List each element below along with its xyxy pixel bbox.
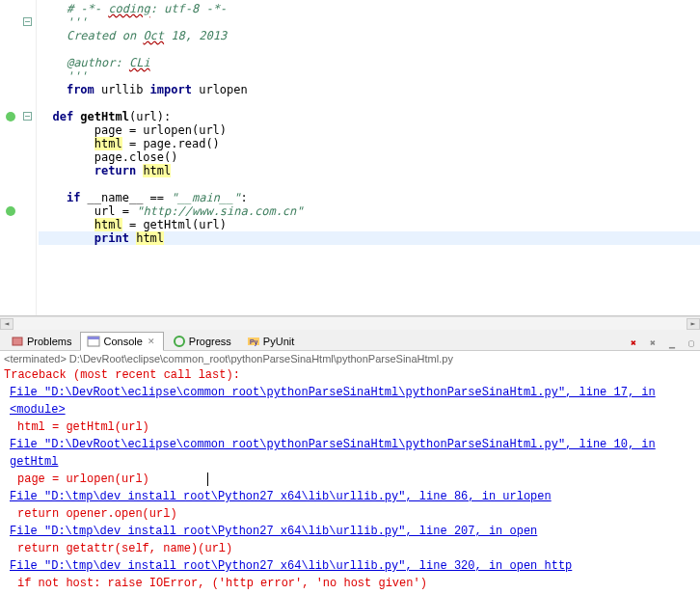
svg-rect-0 bbox=[13, 338, 22, 345]
tab-pyunit[interactable]: PyPyUnit bbox=[240, 332, 301, 350]
traceback-file-link[interactable]: File "D:\tmp\dev_install_root\Python27_x… bbox=[10, 488, 696, 505]
tab-label: PyUnit bbox=[263, 336, 294, 347]
traceback-header: Traceback (most recent call last): bbox=[4, 366, 696, 384]
traceback-code-line: page = urlopen(url) bbox=[17, 471, 696, 488]
traceback-file-link[interactable]: File "D:\DevRoot\eclipse\common_root\pyt… bbox=[10, 384, 696, 418]
code-line[interactable]: ''' bbox=[39, 15, 700, 29]
svg-rect-2 bbox=[88, 337, 99, 339]
console-icon bbox=[87, 335, 100, 348]
code-line[interactable]: url = "http://www.sina.com.cn" bbox=[39, 204, 700, 218]
traceback-file-link[interactable]: File "D:\tmp\dev_install_root\Python27_x… bbox=[10, 557, 696, 575]
svg-text:Py: Py bbox=[250, 338, 258, 346]
code-line[interactable]: html = getHtml(url) bbox=[39, 218, 700, 231]
code-line[interactable] bbox=[39, 177, 700, 191]
traceback-code-line: return opener.open(url) bbox=[17, 505, 696, 523]
code-line[interactable]: # -*- coding: utf-8 -*- bbox=[39, 2, 700, 15]
progress-icon bbox=[173, 335, 186, 348]
views-tabs: ProblemsConsole✕ProgressPyPyUnit ✖ ✖ ▁ ▢ bbox=[0, 330, 700, 351]
console-terminated-label: <terminated> D:\DevRoot\eclipse\common_r… bbox=[0, 351, 700, 364]
code-line[interactable]: print html bbox=[39, 231, 700, 245]
console-remove-launch-icon[interactable]: ✖ bbox=[626, 335, 641, 350]
bottom-panel: ProblemsConsole✕ProgressPyPyUnit ✖ ✖ ▁ ▢… bbox=[0, 330, 700, 594]
code-line[interactable]: Created on Oct 18, 2013 bbox=[39, 29, 700, 42]
execution-marker-icon bbox=[6, 112, 15, 122]
text-cursor-icon bbox=[207, 472, 215, 486]
maximize-icon[interactable]: ▢ bbox=[684, 335, 699, 350]
tab-problems[interactable]: Problems bbox=[4, 332, 78, 350]
fold-minus-icon[interactable] bbox=[23, 112, 32, 121]
fold-minus-icon[interactable] bbox=[23, 17, 32, 26]
scroll-left-icon[interactable]: ◄ bbox=[0, 318, 13, 330]
code-line[interactable]: ''' bbox=[39, 69, 700, 83]
pyunit-icon: Py bbox=[247, 335, 260, 348]
traceback-file-link[interactable]: File "D:\tmp\dev_install_root\Python27_x… bbox=[10, 523, 696, 540]
traceback-code-line: return getattr(self, name)(url) bbox=[17, 540, 696, 557]
traceback-code-line: html = getHtml(url) bbox=[17, 418, 696, 436]
code-line[interactable]: page = urlopen(url) bbox=[39, 123, 700, 137]
tab-label: Progress bbox=[189, 336, 231, 347]
code-line[interactable]: @author: CLi bbox=[39, 56, 700, 69]
code-line[interactable]: return html bbox=[39, 164, 700, 177]
problems-icon bbox=[11, 335, 24, 348]
execution-marker-icon bbox=[6, 206, 15, 216]
editor-gutter bbox=[0, 0, 37, 315]
code-line[interactable]: def getHtml(url): bbox=[39, 110, 700, 123]
code-line[interactable] bbox=[39, 96, 700, 110]
console-output[interactable]: Traceback (most recent call last):File "… bbox=[0, 364, 700, 594]
tab-progress[interactable]: Progress bbox=[166, 332, 238, 350]
close-icon[interactable]: ✕ bbox=[148, 337, 157, 346]
traceback-file-link[interactable]: File "D:\DevRoot\eclipse\common_root\pyt… bbox=[10, 436, 696, 471]
code-line[interactable]: html = page.read() bbox=[39, 137, 700, 150]
scroll-right-icon[interactable]: ► bbox=[687, 318, 700, 330]
tab-console[interactable]: Console✕ bbox=[80, 332, 163, 351]
console-remove-all-icon[interactable]: ✖ bbox=[645, 335, 660, 350]
code-line[interactable]: page.close() bbox=[39, 150, 700, 164]
minimize-icon[interactable]: ▁ bbox=[664, 335, 680, 350]
code-line[interactable] bbox=[39, 42, 700, 56]
tab-label: Console bbox=[103, 336, 142, 347]
traceback-code-line: if not host: raise IOError, ('http error… bbox=[17, 575, 696, 592]
code-editor[interactable]: # -*- coding: utf-8 -*- ''' Created on O… bbox=[37, 0, 700, 315]
editor-scrollbar-horizontal[interactable]: ◄ ► bbox=[0, 316, 700, 330]
code-line[interactable]: if __name__ == "__main__": bbox=[39, 191, 700, 204]
code-line[interactable]: from urllib import urlopen bbox=[39, 83, 700, 96]
svg-point-3 bbox=[175, 337, 184, 346]
editor-area: # -*- coding: utf-8 -*- ''' Created on O… bbox=[0, 0, 700, 316]
tab-label: Problems bbox=[27, 336, 71, 347]
